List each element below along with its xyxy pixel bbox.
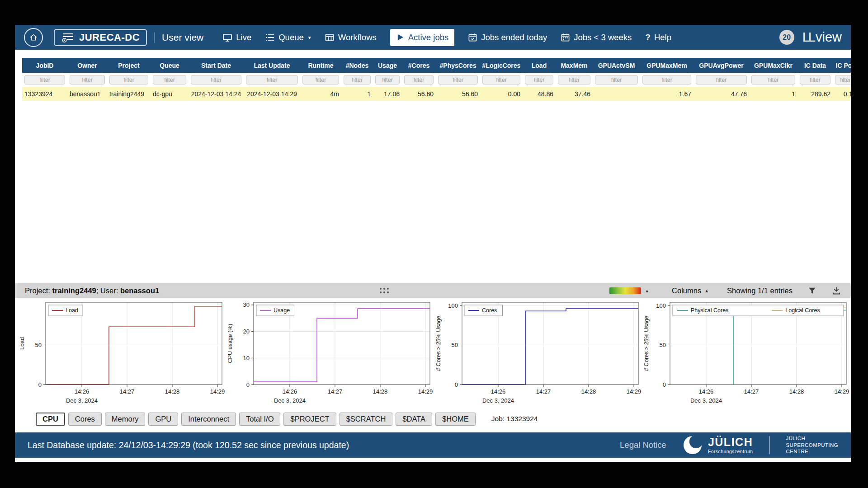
tab-total-i-o[interactable]: Total I/O [239, 413, 280, 426]
col-header-cores[interactable]: #Cores [402, 62, 436, 69]
svg-text:14:29: 14:29 [210, 388, 225, 395]
nav-item-active-jobs[interactable]: Active jobs [390, 29, 454, 46]
nav-item-label: Workflows [338, 33, 377, 42]
tab-memory[interactable]: Memory [105, 413, 146, 426]
system-name: JURECA-DC [79, 32, 140, 43]
svg-text:14:26: 14:26 [491, 388, 505, 395]
tab-scratch[interactable]: $SCRATCH [340, 413, 393, 426]
count-badge: 20 [779, 30, 794, 45]
tab-home[interactable]: $HOME [435, 413, 476, 426]
col-header-load[interactable]: Load [523, 62, 556, 69]
col-header-project[interactable]: Project [107, 62, 151, 69]
cell-jobid: 13323924 [22, 90, 67, 98]
svg-text:0: 0 [246, 381, 250, 388]
col-header-ic-pck[interactable]: IC Pck [833, 62, 851, 69]
filter-input-maxmem[interactable] [558, 75, 590, 84]
filter-cell [749, 75, 797, 84]
usage-gradient-legend[interactable]: ▲ [609, 287, 649, 294]
svg-text:Dec 3, 2024: Dec 3, 2024 [690, 397, 722, 404]
col-header-owner[interactable]: Owner [67, 62, 107, 69]
nav-item-queue[interactable]: Queue▾ [265, 33, 311, 42]
nav-item-live[interactable]: Live [222, 33, 251, 42]
filter-input-jobid[interactable] [24, 75, 65, 84]
legal-notice-link[interactable]: Legal Notice [620, 440, 666, 450]
download-button[interactable] [832, 286, 841, 295]
filter-input-ic-data[interactable] [800, 75, 830, 84]
filter-cell [373, 75, 402, 84]
filter-input-gpuactvsm[interactable] [595, 75, 638, 84]
svg-text:Dec 3, 2024: Dec 3, 2024 [66, 397, 98, 404]
nav-item-help[interactable]: ?Help [645, 33, 671, 42]
col-header-nodes[interactable]: #Nodes [341, 62, 373, 69]
table-empty-area [15, 101, 851, 283]
tab-cores[interactable]: Cores [68, 413, 102, 426]
col-header-start-date[interactable]: Start Date [189, 62, 244, 69]
tab-data[interactable]: $DATA [396, 413, 432, 426]
job-id-link[interactable]: 13323924 [24, 90, 52, 98]
db-update-text: Last Database update: 24/12/03-14:29:29 … [28, 440, 349, 450]
col-header-jobid[interactable]: JobID [22, 62, 67, 69]
filter-input-runtime[interactable] [302, 75, 339, 84]
col-header-gpuavgpower[interactable]: GPUAvgPower [693, 62, 749, 69]
col-header-gpumaxmem[interactable]: GPUMaxMem [640, 62, 693, 69]
filter-input-nodes[interactable] [344, 75, 371, 84]
col-header-last-update[interactable]: Last Update [244, 62, 300, 69]
col-header-usage[interactable]: Usage [373, 62, 402, 69]
cell-project: training2449 [107, 90, 151, 98]
filter-input-queue[interactable] [153, 75, 186, 84]
col-header-maxmem[interactable]: MaxMem [556, 62, 593, 69]
nav-item-workflows[interactable]: Workflows [325, 33, 377, 42]
filter-input-logiccores[interactable] [482, 75, 520, 84]
llview-app-window: JURECA-DC User view LiveQueue▾WorkflowsA… [15, 25, 851, 462]
nav-item-jobs-ended-today[interactable]: Jobs ended today [468, 33, 547, 42]
filter-input-start-date[interactable] [191, 75, 241, 84]
filter-input-owner[interactable] [70, 75, 105, 84]
columns-button[interactable]: Columns ▲ [672, 286, 709, 295]
chart-cores: 14:2614:2714:2814:29050100Dec 3, 2024# C… [433, 298, 641, 411]
col-header-ic-data[interactable]: IC Data [797, 62, 833, 69]
svg-text:14:27: 14:27 [120, 388, 135, 395]
project-user-label: Project: training2449; User: benassou1 [25, 286, 159, 295]
col-header-runtime[interactable]: Runtime [300, 62, 341, 69]
status-bar: Project: training2449; User: benassou1 ▲… [15, 283, 851, 298]
svg-text:# Cores > 25% Usage: # Cores > 25% Usage [643, 316, 650, 371]
table-body: 13323924benassou1training2449dc-gpu2024-… [22, 87, 851, 101]
filter-input-physcores[interactable] [438, 75, 478, 84]
filter-input-ic-pck[interactable] [835, 75, 851, 84]
svg-text:14:26: 14:26 [699, 388, 714, 395]
home-button[interactable] [24, 28, 43, 47]
jureca-logo-icon [61, 32, 75, 43]
filter-button[interactable] [808, 286, 816, 295]
svg-text:Dec 3, 2024: Dec 3, 2024 [274, 397, 306, 404]
filter-cell [244, 75, 300, 84]
col-header-queue[interactable]: Queue [151, 62, 189, 69]
filter-cell [67, 75, 107, 84]
filter-input-cores[interactable] [404, 75, 434, 84]
tab-project[interactable]: $PROJECT [283, 413, 336, 426]
columns-button-label: Columns [672, 286, 701, 295]
calendar-icon [561, 33, 570, 42]
col-header-gpumaxclkr[interactable]: GPUMaxClkr [749, 62, 797, 69]
filter-input-gpumaxmem[interactable] [642, 75, 691, 84]
col-header-physcores[interactable]: #PhysCores [436, 62, 480, 69]
tab-interconnect[interactable]: Interconnect [181, 413, 236, 426]
filter-input-gpuavgpower[interactable] [696, 75, 747, 84]
col-header-logiccores[interactable]: #LogicCores [480, 62, 523, 69]
cell-cores: 56.60 [402, 90, 436, 98]
drag-handle[interactable] [380, 288, 389, 293]
tab-cpu[interactable]: CPU [36, 413, 65, 426]
tab-gpu[interactable]: GPU [148, 413, 178, 426]
filter-input-usage[interactable] [375, 75, 400, 84]
job-row[interactable]: 13323924benassou1training2449dc-gpu2024-… [22, 87, 851, 101]
col-header-gpuactvsm[interactable]: GPUActvSM [593, 62, 640, 69]
gradient-bar [609, 287, 641, 294]
nav-item-jobs-3-weeks[interactable]: Jobs < 3 weeks [561, 33, 632, 42]
filter-input-gpumaxclkr[interactable] [751, 75, 795, 84]
filter-input-project[interactable] [109, 75, 148, 84]
filter-input-last-update[interactable] [246, 75, 298, 84]
project-label: Project: [25, 286, 52, 295]
svg-text:CPU usage (%): CPU usage (%) [227, 324, 233, 363]
brand-badge: JURECA-DC [54, 29, 147, 46]
cell-logiccores: 0.00 [480, 90, 523, 98]
filter-input-load[interactable] [525, 75, 553, 84]
